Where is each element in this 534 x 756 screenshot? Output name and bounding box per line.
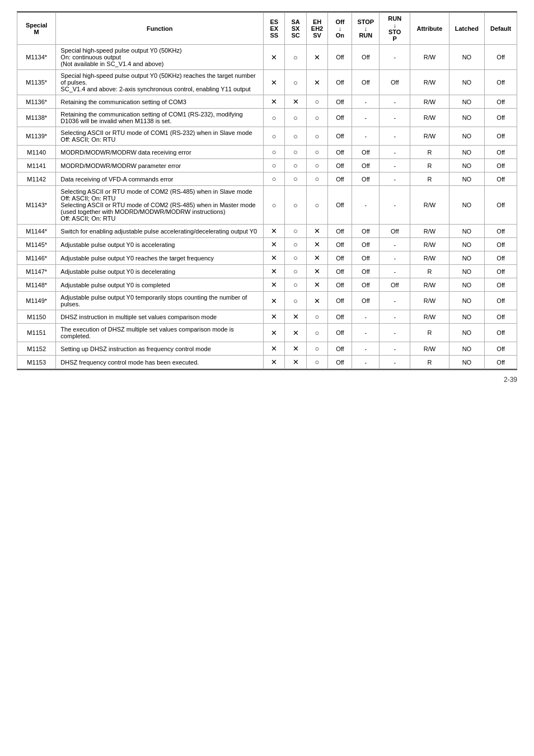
cell-attribute: R/W	[410, 95, 449, 109]
cell-latched: NO	[449, 225, 485, 238]
cell-off: Off	[328, 70, 352, 95]
cell-es: ✕	[264, 324, 285, 342]
cell-stop: -	[352, 95, 380, 109]
cell-off: Off	[328, 159, 352, 172]
header-attribute: Attribute	[410, 13, 449, 45]
cell-sa: ○	[285, 70, 306, 95]
table-row: M1153 DHSZ frequency control mode has be…	[17, 356, 517, 369]
cell-off: Off	[328, 45, 352, 70]
cell-attribute: R/W	[410, 292, 449, 310]
cell-eh: ○	[306, 109, 328, 127]
cell-eh: ✕	[306, 45, 328, 70]
cell-off: Off	[328, 356, 352, 369]
table-row: M1134* Special high-speed pulse output Y…	[17, 45, 517, 70]
cell-run: -	[380, 146, 410, 159]
cell-stop: -	[352, 186, 380, 225]
cell-sa: ✕	[285, 324, 306, 342]
cell-function: Adjustable pulse output Y0 is completed	[56, 278, 264, 292]
cell-attribute: R	[410, 159, 449, 172]
cell-run: -	[380, 356, 410, 369]
cell-es: ○	[264, 159, 285, 172]
cell-es: ✕	[264, 225, 285, 238]
cell-latched: NO	[449, 278, 485, 292]
cell-eh: ✕	[306, 278, 328, 292]
cell-stop: -	[352, 109, 380, 127]
cell-eh: ○	[306, 342, 328, 356]
cell-latched: NO	[449, 70, 485, 95]
table-row: M1136* Retaining the communication setti…	[17, 95, 517, 109]
cell-run: -	[380, 159, 410, 172]
cell-stop: Off	[352, 251, 380, 265]
table-row: M1140 MODRD/MODWR/MODRW data receiving e…	[17, 146, 517, 159]
cell-eh: ○	[306, 127, 328, 146]
table-row: M1146* Adjustable pulse output Y0 reache…	[17, 251, 517, 265]
cell-off: Off	[328, 342, 352, 356]
cell-function: Adjustable pulse output Y0 is decelerati…	[56, 265, 264, 278]
cell-default: Off	[485, 127, 517, 146]
cell-m: M1141	[17, 159, 56, 172]
cell-run: Off	[380, 70, 410, 95]
cell-eh: ○	[306, 356, 328, 369]
cell-latched: NO	[449, 109, 485, 127]
cell-eh: ✕	[306, 251, 328, 265]
cell-off: Off	[328, 324, 352, 342]
cell-default: Off	[485, 265, 517, 278]
cell-m: M1139*	[17, 127, 56, 146]
cell-off: Off	[328, 225, 352, 238]
cell-es: ✕	[264, 70, 285, 95]
header-eh: EHEH2SV	[306, 13, 328, 45]
cell-default: Off	[485, 225, 517, 238]
cell-off: Off	[328, 310, 352, 324]
cell-es: ○	[264, 172, 285, 186]
cell-sa: ○	[285, 172, 306, 186]
cell-latched: NO	[449, 146, 485, 159]
cell-default: Off	[485, 109, 517, 127]
cell-sa: ✕	[285, 310, 306, 324]
cell-stop: -	[352, 356, 380, 369]
cell-es: ✕	[264, 238, 285, 251]
cell-eh: ✕	[306, 265, 328, 278]
cell-m: M1153	[17, 356, 56, 369]
cell-es: ○	[264, 186, 285, 225]
table-row: M1142 Data receiving of VFD-A commands e…	[17, 172, 517, 186]
cell-sa: ○	[285, 292, 306, 310]
header-function: Function	[56, 13, 264, 45]
cell-default: Off	[485, 251, 517, 265]
cell-attribute: R	[410, 172, 449, 186]
cell-default: Off	[485, 95, 517, 109]
cell-default: Off	[485, 356, 517, 369]
cell-off: Off	[328, 265, 352, 278]
cell-sa: ✕	[285, 95, 306, 109]
cell-m: M1136*	[17, 95, 56, 109]
cell-stop: Off	[352, 70, 380, 95]
cell-off: Off	[328, 278, 352, 292]
cell-sa: ○	[285, 159, 306, 172]
cell-es: ✕	[264, 265, 285, 278]
cell-run: -	[380, 342, 410, 356]
cell-function: Retaining the communication setting of C…	[56, 109, 264, 127]
cell-es: ✕	[264, 342, 285, 356]
cell-latched: NO	[449, 45, 485, 70]
cell-eh: ○	[306, 172, 328, 186]
cell-default: Off	[485, 146, 517, 159]
cell-eh: ○	[306, 310, 328, 324]
cell-attribute: R	[410, 356, 449, 369]
cell-m: M1148*	[17, 278, 56, 292]
cell-run: -	[380, 251, 410, 265]
cell-m: M1134*	[17, 45, 56, 70]
cell-sa: ○	[285, 186, 306, 225]
cell-function: Setting up DHSZ instruction as frequency…	[56, 342, 264, 356]
cell-latched: NO	[449, 251, 485, 265]
cell-function: Selecting ASCII or RTU mode of COM2 (RS-…	[56, 186, 264, 225]
cell-m: M1144*	[17, 225, 56, 238]
cell-latched: NO	[449, 356, 485, 369]
cell-stop: Off	[352, 45, 380, 70]
header-off: Off↓On	[328, 13, 352, 45]
cell-eh: ✕	[306, 238, 328, 251]
header-run: RUN↓STOP	[380, 13, 410, 45]
cell-attribute: R/W	[410, 342, 449, 356]
cell-latched: NO	[449, 324, 485, 342]
cell-eh: ○	[306, 146, 328, 159]
cell-function: Adjustable pulse output Y0 reaches the t…	[56, 251, 264, 265]
table-row: M1141 MODRD/MODWR/MODRW parameter error …	[17, 159, 517, 172]
